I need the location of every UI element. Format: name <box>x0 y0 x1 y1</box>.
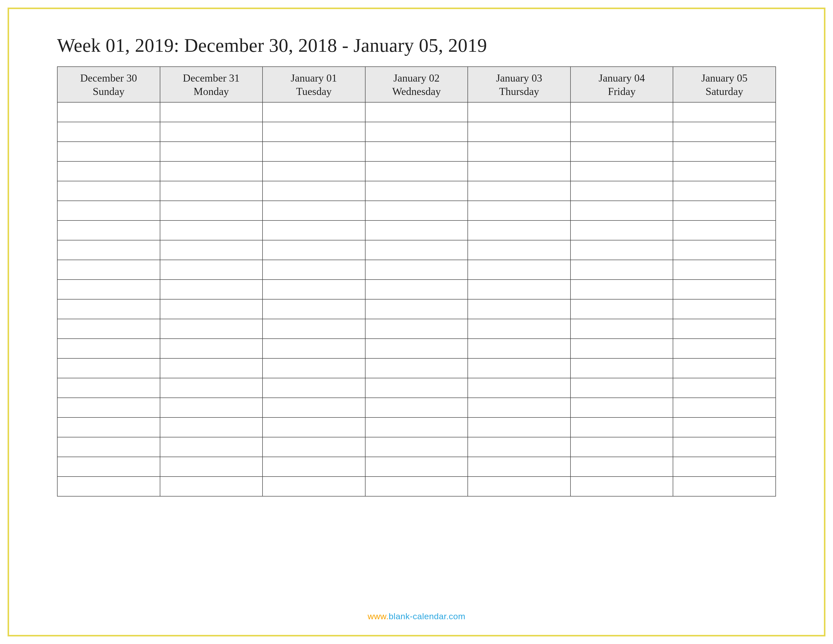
blank-cell <box>262 378 365 398</box>
blank-cell <box>468 398 571 417</box>
footer-prefix: www. <box>368 612 389 621</box>
blank-cell <box>673 378 776 398</box>
blank-cell <box>57 339 160 358</box>
col-day: Saturday <box>675 85 774 98</box>
blank-cell <box>262 477 365 496</box>
blank-cell <box>365 319 468 339</box>
blank-cell <box>57 398 160 417</box>
blank-cell <box>160 358 263 378</box>
blank-cell <box>262 122 365 142</box>
table-row <box>57 358 776 378</box>
blank-cell <box>673 299 776 319</box>
blank-cell <box>571 161 673 181</box>
blank-cell <box>57 437 160 457</box>
blank-cell <box>673 319 776 339</box>
blank-cell <box>262 161 365 181</box>
blank-cell <box>365 102 468 122</box>
blank-cell <box>160 437 263 457</box>
table-row <box>57 378 776 398</box>
blank-cell <box>57 299 160 319</box>
blank-cell <box>468 142 571 161</box>
weekly-calendar-table: December 30 Sunday December 31 Monday Ja… <box>57 66 776 496</box>
blank-cell <box>673 280 776 299</box>
blank-cell <box>571 181 673 201</box>
blank-cell <box>160 102 263 122</box>
blank-cell <box>468 417 571 437</box>
blank-cell <box>673 398 776 417</box>
blank-cell <box>468 240 571 260</box>
blank-cell <box>57 122 160 142</box>
blank-cell <box>468 319 571 339</box>
blank-cell <box>262 181 365 201</box>
blank-cell <box>365 142 468 161</box>
blank-cell <box>468 378 571 398</box>
col-day: Monday <box>162 85 261 98</box>
blank-cell <box>160 339 263 358</box>
blank-cell <box>365 280 468 299</box>
table-row <box>57 319 776 339</box>
blank-cell <box>160 417 263 437</box>
footer-link[interactable]: www.blank-calendar.com <box>9 612 824 621</box>
blank-cell <box>57 280 160 299</box>
col-header-friday: January 04 Friday <box>571 67 673 102</box>
blank-cell <box>57 260 160 280</box>
table-row <box>57 181 776 201</box>
blank-cell <box>262 221 365 240</box>
blank-cell <box>160 299 263 319</box>
blank-cell <box>468 299 571 319</box>
content-area: Week 01, 2019: December 30, 2018 - Janua… <box>9 9 824 512</box>
blank-cell <box>673 221 776 240</box>
col-day: Thursday <box>470 85 568 98</box>
table-row <box>57 102 776 122</box>
blank-cell <box>262 260 365 280</box>
blank-cell <box>571 378 673 398</box>
blank-cell <box>262 358 365 378</box>
table-row <box>57 221 776 240</box>
blank-cell <box>468 339 571 358</box>
blank-cell <box>160 181 263 201</box>
blank-cell <box>262 437 365 457</box>
blank-cell <box>365 240 468 260</box>
blank-cell <box>262 142 365 161</box>
blank-cell <box>571 122 673 142</box>
blank-cell <box>673 201 776 221</box>
blank-cell <box>160 280 263 299</box>
blank-cell <box>673 122 776 142</box>
table-row <box>57 201 776 221</box>
blank-cell <box>571 339 673 358</box>
blank-cell <box>468 457 571 477</box>
blank-cell <box>673 161 776 181</box>
blank-cell <box>57 240 160 260</box>
table-row <box>57 398 776 417</box>
table-row <box>57 339 776 358</box>
blank-cell <box>57 201 160 221</box>
table-row <box>57 417 776 437</box>
blank-cell <box>365 181 468 201</box>
blank-cell <box>571 240 673 260</box>
blank-cell <box>571 319 673 339</box>
table-row <box>57 240 776 260</box>
blank-cell <box>468 437 571 457</box>
blank-cell <box>365 122 468 142</box>
blank-cell <box>673 102 776 122</box>
blank-cell <box>673 457 776 477</box>
blank-cell <box>468 201 571 221</box>
blank-cell <box>57 417 160 437</box>
table-row <box>57 142 776 161</box>
blank-cell <box>673 181 776 201</box>
blank-cell <box>262 319 365 339</box>
blank-cell <box>673 358 776 378</box>
table-row <box>57 280 776 299</box>
blank-cell <box>365 417 468 437</box>
blank-cell <box>468 161 571 181</box>
blank-cell <box>571 221 673 240</box>
blank-cell <box>262 398 365 417</box>
blank-cell <box>571 358 673 378</box>
col-date: January 01 <box>265 71 363 85</box>
blank-cell <box>365 358 468 378</box>
footer-domain: blank-calendar.com <box>389 612 465 621</box>
blank-cell <box>673 437 776 457</box>
page-title: Week 01, 2019: December 30, 2018 - Janua… <box>57 34 776 56</box>
blank-cell <box>262 102 365 122</box>
blank-cell <box>57 142 160 161</box>
